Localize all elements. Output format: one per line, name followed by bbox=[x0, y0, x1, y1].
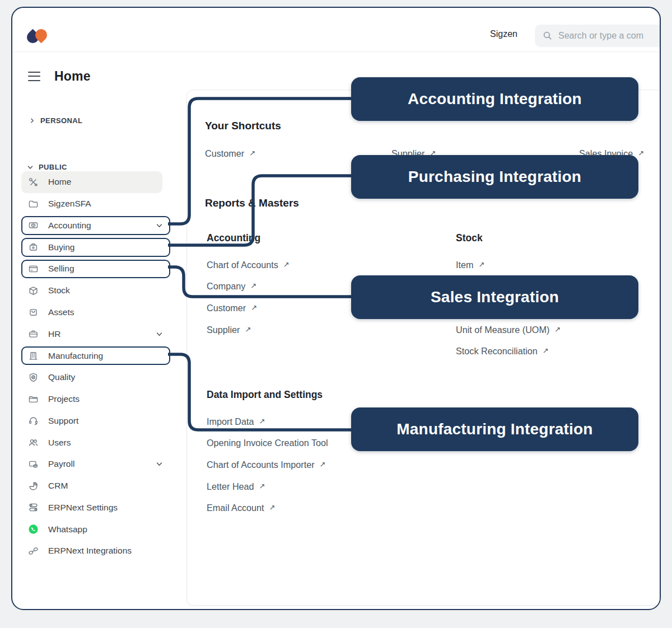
link-supplier[interactable]: Supplier↗ bbox=[207, 325, 251, 335]
link-chart-of-accounts[interactable]: Chart of Accounts↗ bbox=[207, 260, 290, 270]
link-company[interactable]: Company↗ bbox=[207, 281, 256, 292]
sidebar-item-crm[interactable]: CRM bbox=[21, 475, 171, 497]
shortcuts-row: Customer↗Supplier↗Sales Invoice↗ bbox=[205, 146, 644, 161]
link-letter-head[interactable]: Letter Head↗ bbox=[207, 481, 265, 492]
sidebar-section-personal[interactable]: PERSONAL bbox=[29, 116, 82, 125]
shortcuts-title: Your Shortcuts bbox=[205, 120, 281, 132]
sidebar-section-public[interactable]: PUBLIC bbox=[27, 163, 67, 171]
link-row: Stock Reconciliation↗ bbox=[456, 340, 561, 362]
link-label: Chart of Accounts bbox=[207, 260, 278, 270]
external-link-icon: ↗ bbox=[269, 503, 276, 512]
column-title: Accounting bbox=[207, 231, 456, 245]
payroll-icon bbox=[27, 458, 39, 470]
sidebar-item-sigzensfa[interactable]: SigzenSFA bbox=[21, 193, 171, 215]
link-customer[interactable]: Customer↗ bbox=[207, 303, 257, 313]
link-label: Import Data bbox=[207, 416, 254, 427]
chevron-down-icon bbox=[156, 330, 163, 338]
link-label: Customer bbox=[207, 303, 246, 313]
external-link-icon: ↗ bbox=[283, 260, 290, 269]
manufacturing-icon bbox=[27, 350, 39, 362]
sidebar-item-quality[interactable]: Quality bbox=[21, 367, 171, 388]
sidebar-item-buying[interactable]: Buying bbox=[21, 236, 171, 258]
external-link-icon: ↗ bbox=[251, 303, 257, 312]
link-import-data[interactable]: Import Data↗ bbox=[207, 416, 265, 427]
sidebar-item-projects[interactable]: Projects bbox=[21, 388, 171, 410]
folder-icon bbox=[27, 198, 39, 209]
link-label: Opening Invoice Creation Tool bbox=[207, 438, 328, 448]
link-label: Chart of Accounts Importer bbox=[207, 460, 315, 470]
sidebar-item-selling[interactable]: Selling bbox=[21, 258, 171, 280]
link-opening-invoice-creation-tool[interactable]: Opening Invoice Creation Tool bbox=[207, 438, 328, 448]
sidebar-item-label: Stock bbox=[48, 285, 70, 296]
sidebar-item-users[interactable]: Users bbox=[21, 432, 171, 453]
sidebar-item-whatsapp[interactable]: Whatsapp bbox=[21, 518, 171, 540]
link-row: Import Data↗ bbox=[207, 411, 543, 433]
external-link-icon: ↗ bbox=[250, 282, 256, 290]
settings-icon bbox=[27, 502, 39, 513]
sidebar-item-stock[interactable]: Stock bbox=[21, 280, 171, 302]
sidebar-items: HomeSigzenSFAAccountingBuyingSellingStoc… bbox=[21, 171, 171, 562]
sidebar-item-home[interactable]: Home bbox=[21, 171, 162, 193]
workspace-card: Your Shortcuts Customer↗Supplier↗Sales I… bbox=[186, 90, 661, 606]
sidebar-item-label: Projects bbox=[48, 394, 80, 404]
external-link-icon: ↗ bbox=[245, 325, 251, 334]
sidebar-item-label: Manufacturing bbox=[48, 351, 103, 361]
link-row: Chart of Accounts Importer↗ bbox=[207, 454, 543, 476]
chevron-right-icon bbox=[29, 118, 35, 124]
sidebar-item-label: CRM bbox=[48, 481, 68, 491]
chevron-down-icon bbox=[156, 461, 163, 468]
external-link-icon: ↗ bbox=[320, 460, 326, 468]
app-window: Sigzen Search or type a com Home PERSONA… bbox=[11, 7, 661, 610]
sidebar-item-label: Payroll bbox=[48, 459, 74, 469]
link-label: Item bbox=[456, 260, 473, 270]
sidebar-item-erpnext-integrations[interactable]: ERPNext Integrations bbox=[21, 540, 171, 562]
link-row: Unit of Measure (UOM)↗ bbox=[456, 319, 561, 341]
column-title: Stock bbox=[456, 231, 561, 245]
external-link-icon: ↗ bbox=[259, 482, 265, 490]
link-label: Supplier bbox=[207, 325, 240, 335]
stock-icon bbox=[27, 285, 39, 296]
chevron-down-icon bbox=[156, 222, 163, 229]
sidebar-item-assets[interactable]: Assets bbox=[21, 302, 171, 324]
link-row: Customer↗ bbox=[207, 297, 456, 319]
data-import-links: Import Data↗Opening Invoice Creation Too… bbox=[207, 411, 543, 519]
sigzen-logo[interactable] bbox=[26, 26, 48, 47]
link-sales-invoice[interactable]: Sales Invoice↗ bbox=[579, 148, 644, 159]
global-search-input[interactable]: Search or type a com bbox=[535, 25, 661, 47]
sidebar-item-label: Support bbox=[48, 416, 78, 426]
selling-icon bbox=[27, 263, 39, 274]
accounting-icon bbox=[27, 220, 39, 231]
page-header: Home bbox=[28, 67, 91, 85]
link-label: Supplier bbox=[391, 148, 424, 159]
link-email-account[interactable]: Email Account↗ bbox=[207, 503, 275, 513]
external-link-icon: ↗ bbox=[543, 346, 549, 355]
sidebar-item-support[interactable]: Support bbox=[21, 410, 171, 432]
external-link-icon: ↗ bbox=[430, 149, 436, 157]
sidebar-item-erpnext-settings[interactable]: ERPNext Settings bbox=[21, 496, 171, 518]
sidebar-item-label: Accounting bbox=[48, 221, 91, 231]
assets-icon bbox=[27, 307, 39, 318]
data-import-title: Data Import and Settings bbox=[207, 388, 543, 401]
link-customer[interactable]: Customer↗ bbox=[205, 148, 391, 159]
link-item[interactable]: Item↗ bbox=[456, 260, 484, 270]
projects-icon bbox=[27, 393, 39, 405]
link-row: Chart of Accounts↗ bbox=[207, 254, 456, 276]
link-unit-of-measure-uom[interactable]: Unit of Measure (UOM)↗ bbox=[456, 325, 561, 335]
external-link-icon: ↗ bbox=[249, 149, 255, 157]
link-supplier[interactable]: Supplier↗ bbox=[391, 148, 579, 159]
sidebar-item-manufacturing[interactable]: Manufacturing bbox=[21, 345, 171, 367]
sidebar-item-hr[interactable]: HR bbox=[21, 323, 171, 345]
external-link-icon: ↗ bbox=[478, 260, 484, 269]
sidebar-item-payroll[interactable]: Payroll bbox=[21, 453, 171, 475]
sidebar-item-label: Assets bbox=[48, 307, 74, 317]
link-label: Stock Reconciliation bbox=[456, 346, 538, 357]
link-chart-of-accounts-importer[interactable]: Chart of Accounts Importer↗ bbox=[207, 460, 325, 470]
external-link-icon: ↗ bbox=[638, 149, 644, 157]
link-label: Company bbox=[207, 281, 245, 292]
sidebar-item-accounting[interactable]: Accounting bbox=[21, 215, 171, 237]
sidebar-item-label: Whatsapp bbox=[48, 524, 87, 535]
sidebar-toggle-icon[interactable] bbox=[28, 72, 40, 81]
search-placeholder: Search or type a com bbox=[558, 31, 643, 41]
link-stock-reconciliation[interactable]: Stock Reconciliation↗ bbox=[456, 346, 549, 357]
reports-columns: AccountingChart of Accounts↗Company↗Cust… bbox=[207, 231, 561, 362]
